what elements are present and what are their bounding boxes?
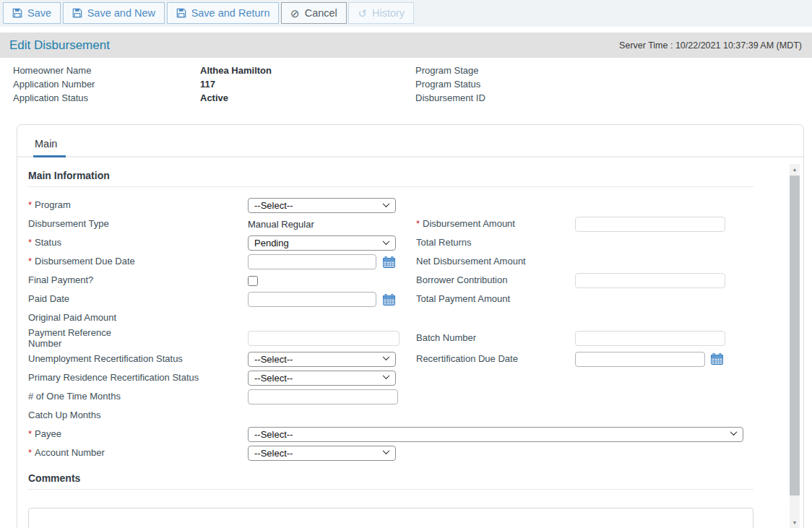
application-status-label: Application Status — [13, 91, 200, 105]
form-row-final-payment: Final Payment? Borrower Contribution — [28, 272, 753, 290]
status-select[interactable]: Pending — [248, 235, 396, 251]
form-row-original-paid-amount: Original Paid Amount — [28, 309, 753, 327]
chevron-down-icon — [383, 373, 390, 380]
page-title: Edit Disbursement — [9, 38, 110, 53]
application-number-label: Application Number — [13, 77, 200, 91]
batch-number-input[interactable] — [575, 331, 725, 346]
chevron-down-icon — [383, 200, 390, 207]
homeowner-name-value: Althea Hamilton — [200, 64, 415, 77]
main-information-heading: Main Information — [28, 170, 753, 181]
cancel-icon: ⊘ — [290, 8, 300, 19]
application-status-value: Active — [200, 91, 415, 105]
form-row-payee: *Payee --Select-- — [28, 425, 753, 443]
disbursement-id-label: Disbursement ID — [415, 91, 719, 105]
application-number-value: 117 — [200, 77, 415, 91]
form-content: Main Information *Program --Select-- Dis… — [17, 157, 803, 528]
payee-label: *Payee — [28, 429, 248, 440]
final-payment-checkbox[interactable] — [248, 276, 258, 286]
form-row-one-time-months: # of One Time Months — [28, 388, 753, 406]
calendar-icon[interactable] — [383, 256, 395, 268]
form-row-disbursement-due-date: *Disbursement Due Date — [28, 253, 753, 271]
form-row-payment-reference-number: Payment Reference Number Batch Number — [28, 328, 753, 350]
program-stage-label: Program Stage — [415, 64, 719, 77]
tab-bar: Main — [17, 125, 803, 157]
form-row-program: *Program --Select-- — [28, 196, 753, 215]
calendar-icon[interactable] — [711, 353, 723, 365]
scrollbar-thumb[interactable] — [790, 176, 800, 495]
title-bar: Edit Disbursement Server Time : 10/22/20… — [0, 33, 812, 58]
recertification-due-date-input[interactable] — [575, 352, 705, 367]
disbursement-due-date-input[interactable] — [248, 254, 376, 269]
summary-row: Application Number 117 Program Status — [13, 77, 812, 91]
paid-date-input[interactable] — [248, 292, 376, 307]
account-number-label: *Account Number — [28, 448, 248, 459]
record-summary: Homeowner Name Althea Hamilton Program S… — [0, 58, 812, 116]
one-time-months-input[interactable] — [248, 389, 398, 404]
disbursement-due-date-label: *Disbursement Due Date — [28, 256, 248, 267]
history-button-label: History — [372, 7, 405, 19]
one-time-months-label: # of One Time Months — [28, 391, 248, 402]
status-label: *Status — [28, 238, 248, 248]
section-divider — [28, 489, 753, 490]
form-row-paid-date: Paid Date — [28, 290, 753, 308]
batch-number-label: Batch Number — [416, 333, 575, 344]
main-card: Main Main Information *Program --Select-… — [17, 124, 804, 528]
form-row-unemployment-recertification-status: Unemployment Recertification Status --Se… — [28, 350, 753, 368]
unemployment-recertification-status-label: Unemployment Recertification Status — [28, 354, 248, 365]
scrollbar[interactable]: ▲ ▼ — [790, 164, 800, 528]
account-number-select[interactable]: --Select-- — [248, 446, 396, 461]
form-row-disbursement-type: Disbursement Type Manual Regular *Disbur… — [28, 215, 753, 233]
scrollbar-down-button[interactable]: ▼ — [790, 517, 800, 528]
paid-date-label: Paid Date — [28, 294, 248, 305]
save-and-new-button[interactable]: Save and New — [63, 2, 165, 24]
form-row-account-number: *Account Number --Select-- — [28, 444, 753, 462]
save-icon — [176, 8, 186, 18]
payment-reference-number-label: Payment Reference Number — [28, 328, 248, 350]
program-status-label: Program Status — [415, 77, 719, 91]
comments-textarea[interactable] — [28, 508, 753, 528]
net-disbursement-amount-label: Net Disbursement Amount — [416, 256, 575, 267]
server-time: Server Time : 10/22/2021 10:37:39 AM (MD… — [619, 40, 802, 51]
section-divider — [28, 186, 753, 187]
save-and-return-button[interactable]: Save and Return — [167, 2, 280, 24]
history-button[interactable]: ↺ History — [348, 2, 414, 24]
program-select[interactable]: --Select-- — [248, 198, 396, 213]
homeowner-name-label: Homeowner Name — [13, 64, 200, 77]
chevron-down-icon — [383, 448, 390, 455]
chevron-down-icon — [730, 429, 738, 436]
cancel-button-label: Cancel — [305, 7, 337, 19]
save-button[interactable]: Save — [3, 2, 61, 24]
primary-residence-recertification-status-select[interactable]: --Select-- — [248, 371, 396, 386]
form-row-catch-up-months: Catch Up Months — [28, 407, 753, 425]
final-payment-label: Final Payment? — [28, 275, 248, 286]
save-and-new-button-label: Save and New — [87, 7, 155, 19]
unemployment-recertification-status-select[interactable]: --Select-- — [248, 352, 396, 367]
form-row-status: *Status Pending Total Returns — [28, 234, 753, 252]
payment-reference-number-input[interactable] — [248, 331, 399, 346]
borrower-contribution-label: Borrower Contribution — [416, 275, 575, 286]
cancel-button[interactable]: ⊘ Cancel — [281, 2, 347, 24]
chevron-down-icon — [383, 354, 390, 361]
program-label: *Program — [28, 200, 248, 211]
payee-select[interactable]: --Select-- — [248, 427, 743, 442]
comments-heading: Comments — [28, 472, 753, 484]
original-paid-amount-label: Original Paid Amount — [28, 313, 248, 324]
tab-main[interactable]: Main — [33, 134, 66, 157]
recertification-due-date-label: Recertification Due Date — [416, 354, 575, 365]
form-row-primary-residence-recertification-status: Primary Residence Recertification Status… — [28, 369, 753, 387]
history-icon: ↺ — [358, 8, 367, 19]
toolbar: Save Save and New Save and Return ⊘ Canc… — [0, 0, 812, 27]
borrower-contribution-input[interactable] — [575, 273, 725, 288]
calendar-icon[interactable] — [383, 294, 395, 306]
save-icon — [72, 8, 82, 18]
catch-up-months-label: Catch Up Months — [28, 410, 248, 421]
save-and-return-button-label: Save and Return — [191, 7, 270, 19]
disbursement-amount-input[interactable] — [575, 217, 725, 232]
chevron-down-icon — [383, 238, 390, 245]
save-button-label: Save — [27, 7, 51, 19]
total-returns-label: Total Returns — [416, 238, 575, 248]
scrollbar-up-button[interactable]: ▲ — [790, 164, 800, 175]
primary-residence-recertification-status-label: Primary Residence Recertification Status — [28, 373, 248, 384]
disbursement-type-label: Disbursement Type — [28, 219, 248, 230]
total-payment-amount-label: Total Payment Amount — [416, 294, 575, 305]
